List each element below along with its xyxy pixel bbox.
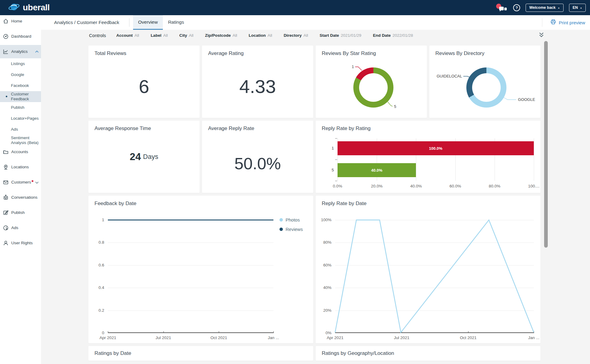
filter-location[interactable]: LocationAll xyxy=(249,33,272,38)
sidebar-item-label: Publish xyxy=(11,105,39,110)
bar-rating-5: 40.0% xyxy=(338,163,416,177)
filter-city[interactable]: CityAll xyxy=(179,33,194,38)
average-reply-rate-card: Average Reply Rate 50.0% xyxy=(202,121,313,193)
user-rights-icon xyxy=(3,240,9,246)
filter-account[interactable]: AccountAll xyxy=(116,33,139,38)
card-title: Reviews By Directory xyxy=(435,50,485,57)
bar-value-label: 40.0% xyxy=(371,168,382,173)
sidebar-item-label: Locator+Pages xyxy=(11,116,39,121)
filter-value: All xyxy=(163,33,168,38)
sidebar-item-label: Listings xyxy=(11,61,39,66)
welcome-back-menu-button[interactable]: Welcome back ▲ xyxy=(526,4,564,12)
breadcrumb-divider xyxy=(129,18,129,27)
filter-value: All xyxy=(304,33,308,38)
x-tick-label: 20.0% xyxy=(371,184,382,188)
publish-icon xyxy=(3,210,9,216)
sidebar-item-customers[interactable]: Customers xyxy=(0,178,41,187)
filter-zip-postcode[interactable]: Zip/PostcodeAll xyxy=(205,33,237,38)
chevron-down-icon xyxy=(35,180,39,185)
axis-tick xyxy=(273,331,274,333)
sidebar-item-dashboard[interactable]: Dashboard xyxy=(0,32,41,41)
star-rating-donut-chart xyxy=(353,67,393,108)
filter-end-date[interactable]: End Date2022/01/28 xyxy=(373,33,413,38)
sidebar-item-customer-feedback[interactable]: Customer Feedback xyxy=(0,91,41,102)
language-label: EN xyxy=(573,5,578,10)
x-tick-label: 0.0% xyxy=(333,184,342,188)
sidebar-item-google[interactable]: Google xyxy=(0,69,41,80)
sidebar-item-ads[interactable]: Ads xyxy=(0,124,41,135)
filter-directory[interactable]: DirectoryAll xyxy=(284,33,308,38)
sidebar-item-publish[interactable]: Publish xyxy=(0,102,41,113)
average-rating-card: Average Rating 4.33 xyxy=(202,46,313,118)
sidebar-item-publish[interactable]: Publish xyxy=(0,208,41,217)
controls-bar: Controls AccountAllLabelAllCityAllZip/Po… xyxy=(41,30,590,41)
card-title: Ratings by Date xyxy=(94,350,131,356)
dashboard-icon xyxy=(3,33,9,40)
filter-label: City xyxy=(179,33,187,38)
y-tick-label: 20% xyxy=(316,308,331,313)
y-tick-label: 80% xyxy=(316,240,331,245)
customers-notification-dot xyxy=(32,180,33,182)
language-menu-button[interactable]: EN ▲ xyxy=(569,4,586,12)
notifications-chat-icon[interactable] xyxy=(496,3,508,12)
sidebar-item-facebook[interactable]: Facebook xyxy=(0,80,41,91)
tab-ratings[interactable]: Ratings xyxy=(163,15,189,30)
feedback-line-chart xyxy=(108,220,273,333)
filter-value: 2022/01/28 xyxy=(393,33,413,38)
filters: AccountAllLabelAllCityAllZip/PostcodeAll… xyxy=(116,33,413,38)
average-rating-value: 4.33 xyxy=(239,67,276,97)
filter-value: 2021/01/29 xyxy=(341,33,362,38)
y-category-label: 1 xyxy=(328,146,334,150)
axis-tick xyxy=(335,138,337,139)
reviews-by-star-rating-card: Reviews By Star Rating 1 5 xyxy=(316,46,427,118)
filter-label: End Date xyxy=(373,33,391,38)
sidebar-item-accounts[interactable]: Accounts xyxy=(0,148,41,156)
reply-rate-by-date-card: Reply Rate by Date 100%80%60%40%20%0% Ap… xyxy=(316,196,540,343)
sidebar-item-sentiment-analysis-beta[interactable]: Sentiment Analysis (Beta) xyxy=(0,135,41,146)
sidebar-item-home[interactable]: Home xyxy=(0,17,41,26)
card-title: Reviews By Star Rating xyxy=(322,50,376,57)
sidebar-item-conversations[interactable]: Conversations xyxy=(0,193,41,202)
filter-label: Directory xyxy=(284,33,302,38)
legend-item-photos[interactable]: Photos xyxy=(280,215,303,225)
line-series xyxy=(108,220,273,332)
sidebar-item-analytics[interactable]: Analytics xyxy=(0,45,41,58)
ratings-by-geography-card: Ratings by Geography/Location xyxy=(316,346,540,361)
filter-start-date[interactable]: Start Date2021/01/29 xyxy=(320,33,361,38)
gridline xyxy=(534,138,534,181)
y-tick-label: 40% xyxy=(316,285,331,290)
sidebar-item-label: Locations xyxy=(11,165,29,170)
sidebar-item-listings[interactable]: Listings xyxy=(0,58,41,69)
sidebar-item-ads[interactable]: Ads xyxy=(0,224,41,232)
filter-value: All xyxy=(189,33,194,38)
average-response-time-card: Average Response Time 24 Days xyxy=(88,121,200,193)
card-title: Ratings by Geography/Location xyxy=(322,350,394,356)
vertical-scrollbar[interactable] xyxy=(544,41,548,248)
line-series xyxy=(335,220,534,332)
print-preview-label: Print preview xyxy=(559,20,585,25)
sidebar-item-label: Ads xyxy=(11,127,39,132)
filter-label[interactable]: LabelAll xyxy=(151,33,168,38)
card-title: Reply Rate by Date xyxy=(322,201,366,207)
uberall-logo[interactable]: uberall xyxy=(8,2,50,13)
locations-icon xyxy=(3,164,9,170)
card-title: Reply Rate by Rating xyxy=(322,125,371,132)
print-preview-button[interactable]: Print preview xyxy=(550,15,585,30)
y-tick-label: 0% xyxy=(316,331,331,335)
x-tick-label: Jan ... xyxy=(268,335,279,340)
sidebar-item-locations[interactable]: Locations xyxy=(0,163,41,171)
y-tick-label: 1 xyxy=(88,218,104,222)
x-tick-label: 60.0% xyxy=(449,184,461,188)
bar-value-label: 100.0% xyxy=(429,146,442,151)
collapse-controls-chevron-icon[interactable] xyxy=(538,32,544,39)
help-icon[interactable]: ? xyxy=(513,4,520,11)
x-tick-label: Jul 2021 xyxy=(394,335,410,340)
sidebar-item-locator-pages[interactable]: Locator+Pages xyxy=(0,113,41,124)
tab-overview[interactable]: Overview xyxy=(133,15,163,30)
sidebar-item-user-rights[interactable]: User Rights xyxy=(0,239,41,247)
top-navigation-bar: uberall ? Welcome back ▲ EN ▲ xyxy=(0,0,590,15)
accounts-icon xyxy=(3,149,9,155)
help-glyph: ? xyxy=(516,5,518,10)
legend-item-reviews[interactable]: Reviews xyxy=(280,225,303,234)
total-reviews-value: 6 xyxy=(139,67,149,97)
